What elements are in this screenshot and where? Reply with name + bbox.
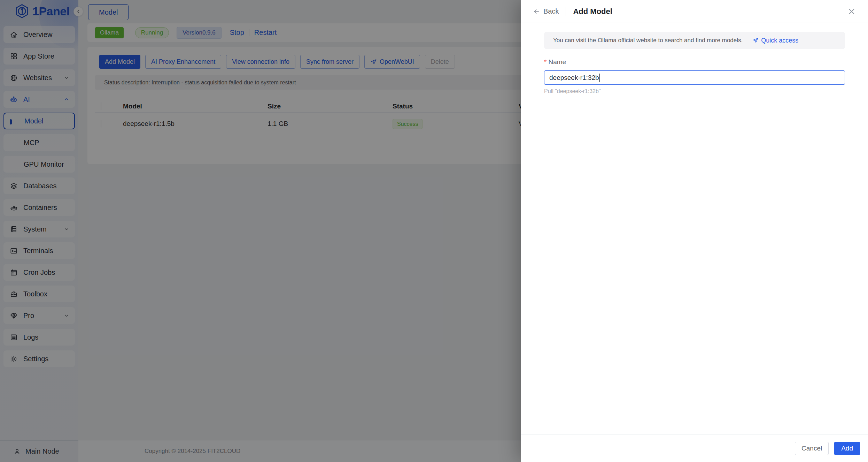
text-cursor [599, 74, 600, 82]
drawer-body: You can visit the Ollama official websit… [521, 23, 868, 94]
drawer-footer: Cancel Add [521, 434, 868, 462]
cancel-label: Cancel [801, 445, 822, 452]
required-asterisk: * [544, 58, 547, 66]
send-icon [752, 37, 759, 44]
name-field-label: *Name [544, 58, 845, 66]
arrow-left-icon [533, 8, 540, 15]
quick-access-link[interactable]: Quick access [752, 37, 798, 44]
quick-access-label: Quick access [761, 37, 798, 44]
banner-text: You can visit the Ollama official websit… [553, 37, 743, 44]
close-icon[interactable] [847, 7, 856, 16]
name-input-value: deepseek-r1:32b [549, 74, 599, 82]
add-button[interactable]: Add [834, 442, 860, 455]
add-model-drawer: Back Add Model You can visit the Ollama … [521, 0, 868, 462]
divider [566, 7, 566, 16]
name-label-text: Name [548, 58, 566, 66]
info-banner: You can visit the Ollama official websit… [544, 32, 845, 49]
back-label: Back [543, 7, 559, 15]
drawer-header: Back Add Model [521, 0, 868, 23]
add-label: Add [841, 445, 853, 452]
cancel-button[interactable]: Cancel [795, 442, 829, 455]
pull-helper-text: Pull "deepseek-r1:32b" [544, 88, 845, 94]
back-button[interactable]: Back [533, 7, 559, 15]
name-input[interactable]: deepseek-r1:32b [544, 70, 845, 85]
drawer-title: Add Model [573, 7, 612, 16]
